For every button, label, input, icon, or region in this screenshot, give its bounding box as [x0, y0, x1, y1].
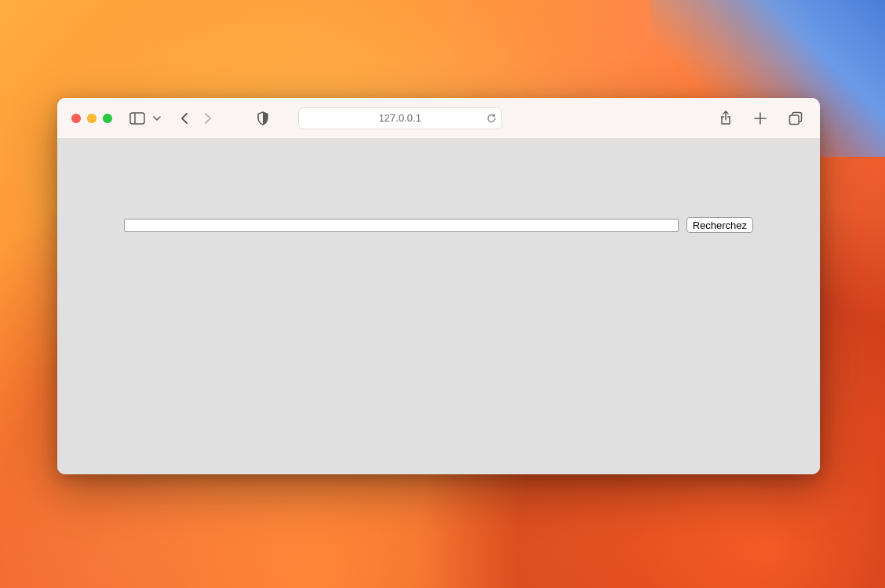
sidebar-icon: [129, 112, 145, 125]
minimize-button[interactable]: [87, 114, 97, 123]
plus-icon: [754, 112, 767, 125]
svg-rect-0: [130, 113, 144, 124]
window-controls: [71, 114, 112, 123]
search-input[interactable]: [124, 219, 679, 232]
reload-button[interactable]: [486, 113, 497, 124]
privacy-report-button[interactable]: [253, 108, 272, 129]
address-bar[interactable]: 127.0.0.1: [298, 107, 502, 129]
share-button[interactable]: [716, 107, 735, 129]
tab-group-dropdown[interactable]: [150, 113, 164, 124]
new-tab-button[interactable]: [751, 109, 770, 128]
chevron-left-icon: [180, 112, 189, 125]
back-button[interactable]: [177, 109, 192, 128]
tabs-icon: [788, 111, 803, 125]
safari-window: 127.0.0.1: [57, 98, 820, 474]
tabs-overview-button[interactable]: [785, 108, 806, 129]
chevron-right-icon: [203, 112, 213, 125]
reload-icon: [486, 113, 497, 124]
forward-button[interactable]: [200, 109, 216, 128]
maximize-button[interactable]: [103, 114, 112, 123]
sidebar-toggle-button[interactable]: [126, 109, 148, 128]
share-icon: [719, 111, 732, 126]
page-viewport: Recherchez: [57, 139, 820, 474]
shield-icon: [257, 111, 269, 125]
search-button[interactable]: Recherchez: [687, 217, 753, 233]
svg-rect-2: [790, 115, 799, 125]
address-text: 127.0.0.1: [379, 112, 421, 124]
chevron-down-icon: [153, 116, 161, 121]
close-button[interactable]: [71, 114, 81, 123]
search-form: Recherchez: [124, 217, 753, 233]
browser-toolbar: 127.0.0.1: [57, 98, 820, 139]
